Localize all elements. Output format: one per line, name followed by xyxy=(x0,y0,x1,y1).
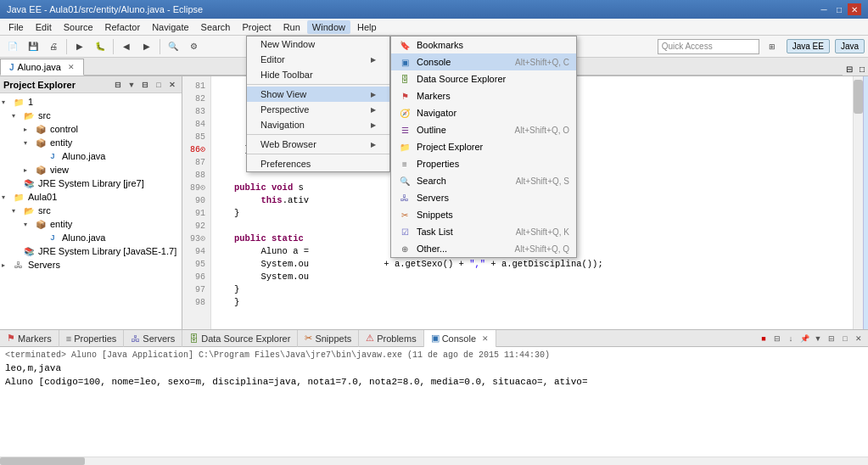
editor-min[interactable]: ⊟ xyxy=(843,63,856,76)
tree-item-aula01[interactable]: ▾ 📁 Aula01 xyxy=(0,190,182,204)
menu-window[interactable]: Window xyxy=(307,20,350,34)
toolbar-perspective-btn[interactable]: ⊞ xyxy=(763,38,781,55)
bottom-scrollbar[interactable] xyxy=(0,457,868,465)
menu-perspective[interactable]: Perspective xyxy=(247,102,389,117)
tab-console[interactable]: ▣ Console ✕ xyxy=(424,330,496,347)
toolbar-save[interactable]: 💾 xyxy=(24,38,42,55)
tree-item-jre2[interactable]: 📚 JRE System Library [JavaSE-1.7] xyxy=(0,244,182,258)
btm-min[interactable]: ⊟ xyxy=(826,333,837,345)
tree-item-jre1[interactable]: 📚 JRE System Library [jre7] xyxy=(0,176,182,190)
tab-problems[interactable]: ⚠ Problems xyxy=(359,330,423,347)
menu-show-view[interactable]: Show View xyxy=(247,87,389,102)
menu-source[interactable]: Source xyxy=(59,20,98,34)
title-text: Java EE - Aula01/src/entity/Aluno.java -… xyxy=(7,4,203,14)
editor-tab-aluno[interactable]: J Aluno.java ✕ xyxy=(0,59,84,76)
menu-edit[interactable]: Edit xyxy=(31,20,57,34)
toolbar-debug[interactable]: 🐛 xyxy=(91,38,109,55)
submenu-project-explorer[interactable]: 📁 Project Explorer xyxy=(391,138,576,155)
tree-label: entity xyxy=(50,137,72,148)
menu-run[interactable]: Run xyxy=(278,20,305,34)
console-label: Console xyxy=(417,57,451,67)
menu-refactor[interactable]: Refactor xyxy=(100,20,146,34)
pe-collapse[interactable]: ⊟ xyxy=(112,79,124,91)
datasource-submenu-icon: 🗄 xyxy=(398,73,412,85)
btm-stop[interactable]: ■ xyxy=(758,333,770,345)
tab-datasource[interactable]: 🗄 Data Source Explorer xyxy=(182,330,298,347)
menu-new-window[interactable]: New Window xyxy=(247,36,389,52)
toolbar-settings[interactable]: ⚙ xyxy=(184,38,203,55)
btm-max[interactable]: □ xyxy=(839,333,851,345)
menu-help[interactable]: Help xyxy=(352,20,382,34)
menu-preferences[interactable]: Preferences xyxy=(247,156,389,171)
tab-close[interactable]: ✕ xyxy=(482,334,489,343)
toolbar-print[interactable]: 🖨 xyxy=(44,38,63,55)
bottom-panel: ⚑ Markers ≡ Properties 🖧 Servers 🗄 Data … xyxy=(0,329,868,465)
tree-item-entity2[interactable]: ▾ 📦 entity xyxy=(0,217,182,231)
maximize-button[interactable]: □ xyxy=(832,3,846,15)
menu-search[interactable]: Search xyxy=(196,20,236,34)
menu-navigate[interactable]: Navigate xyxy=(147,20,193,34)
editor-tab-close[interactable]: ✕ xyxy=(68,63,75,71)
toolbar-back[interactable]: ◀ xyxy=(117,38,136,55)
toolbar-run[interactable]: ▶ xyxy=(70,38,89,55)
tree-item-servers[interactable]: ▸ 🖧 Servers xyxy=(0,258,182,272)
bottom-scrollbar-thumb[interactable] xyxy=(0,457,85,465)
tree-item-view[interactable]: ▸ 📦 view xyxy=(0,163,182,176)
submenu-snippets[interactable]: ✂ Snippets xyxy=(391,206,576,223)
quick-access-box[interactable]: Quick Access xyxy=(658,39,759,54)
tree-item-aluno1[interactable]: J Aluno.java xyxy=(0,149,182,163)
btm-scroll[interactable]: ↓ xyxy=(785,333,797,345)
tree-item-entity[interactable]: ▾ 📦 entity xyxy=(0,136,182,149)
toolbar-new[interactable]: 📄 xyxy=(3,38,22,55)
toolbar-search[interactable]: 🔍 xyxy=(164,38,182,55)
btm-clear[interactable]: ⊟ xyxy=(771,333,783,345)
menu-project[interactable]: Project xyxy=(237,20,276,34)
toolbar-forward[interactable]: ▶ xyxy=(137,38,156,55)
submenu-navigator[interactable]: 🧭 Navigator xyxy=(391,104,576,121)
tab-servers[interactable]: 🖧 Servers xyxy=(124,330,182,347)
tab-markers[interactable]: ⚑ Markers xyxy=(0,330,59,347)
submenu-console[interactable]: ▣ Console Alt+Shift+Q, C xyxy=(391,53,576,70)
markers-label: Markers xyxy=(417,91,451,101)
editor-max[interactable]: □ xyxy=(856,63,868,76)
menu-editor[interactable]: Editor xyxy=(247,52,389,67)
editor-scrollbar[interactable] xyxy=(853,76,863,329)
tree-item-1[interactable]: ▾ 📁 1 xyxy=(0,95,182,109)
submenu-outline[interactable]: ☰ Outline Alt+Shift+Q, O xyxy=(391,121,576,138)
btm-pin[interactable]: 📌 xyxy=(798,333,810,345)
submenu-markers[interactable]: ⚑ Markers xyxy=(391,87,576,104)
btm-close[interactable]: ✕ xyxy=(853,333,865,345)
minimize-button[interactable]: ─ xyxy=(817,3,831,15)
close-button[interactable]: ✕ xyxy=(848,3,861,15)
tree-item-control[interactable]: ▸ 📦 control xyxy=(0,122,182,136)
console-icon: ▣ xyxy=(431,333,440,344)
tree-item-src1[interactable]: ▾ 📂 src xyxy=(0,109,182,122)
submenu-servers[interactable]: 🖧 Servers xyxy=(391,189,576,206)
properties-submenu-icon: ≡ xyxy=(398,158,412,170)
tree-item-src2[interactable]: ▾ 📂 src xyxy=(0,204,182,217)
jar-icon: 📚 xyxy=(22,177,36,189)
menu-file[interactable]: File xyxy=(3,20,29,34)
new-window-label: New Window xyxy=(260,39,315,49)
pe-close[interactable]: ✕ xyxy=(166,79,178,91)
submenu-search[interactable]: 🔍 Search Alt+Shift+Q, S xyxy=(391,172,576,189)
tree-item-aluno2[interactable]: J Aluno.java xyxy=(0,231,182,244)
java-perspective[interactable]: Java xyxy=(835,39,865,53)
tab-properties[interactable]: ≡ Properties xyxy=(59,330,125,347)
pe-menu[interactable]: ▼ xyxy=(126,79,137,91)
menu-hide-toolbar[interactable]: Hide Toolbar xyxy=(247,67,389,82)
menu-navigation[interactable]: Navigation xyxy=(247,117,389,132)
pe-max[interactable]: □ xyxy=(153,79,165,91)
tab-label: Data Source Explorer xyxy=(201,333,290,344)
submenu-datasource[interactable]: 🗄 Data Source Explorer xyxy=(391,70,576,87)
tab-snippets[interactable]: ✂ Snippets xyxy=(298,330,359,347)
btm-menu[interactable]: ▼ xyxy=(812,333,824,345)
editor-scrollbar-thumb[interactable] xyxy=(854,80,863,114)
menu-web-browser[interactable]: Web Browser xyxy=(247,137,389,152)
pe-min[interactable]: ⊟ xyxy=(139,79,151,91)
submenu-other[interactable]: ⊕ Other... Alt+Shift+Q, Q xyxy=(391,240,576,257)
submenu-properties[interactable]: ≡ Properties xyxy=(391,155,576,172)
submenu-bookmarks[interactable]: 🔖 Bookmarks xyxy=(391,36,576,53)
submenu-tasklist[interactable]: ☑ Task List Alt+Shift+Q, K xyxy=(391,223,576,240)
java-ee-perspective[interactable]: Java EE xyxy=(787,39,830,53)
